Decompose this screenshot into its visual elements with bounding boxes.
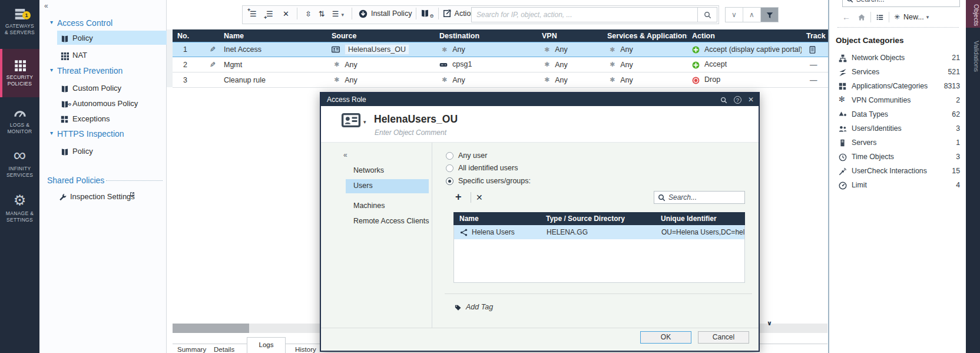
category-applications[interactable]: Applications/Categories 8313 <box>829 79 967 93</box>
col-destination[interactable]: Destination <box>435 32 537 40</box>
dialog-nav-remote-access[interactable]: Remote Access Clients <box>353 217 429 225</box>
caret-down-icon: ▾ <box>50 19 53 25</box>
rule-name: Cleanup rule <box>224 76 266 84</box>
back-arrow-icon[interactable]: ← <box>842 12 850 22</box>
side-tab-validations[interactable]: Validations <box>966 29 980 81</box>
category-time-objects[interactable]: Time Objects 3 <box>829 150 967 164</box>
tree-item-nat[interactable]: NAT <box>39 48 167 62</box>
category-limit[interactable]: Limit 4 <box>829 178 967 192</box>
rule-row-2[interactable]: 2✎ Mgmt ✱Any cpsg1 ✱Any ✱Any Accept — <box>173 57 828 72</box>
col-vpn[interactable]: VPN <box>537 32 602 40</box>
user-row-helena-users[interactable]: Helena Users HELENA.GG OU=Helena Users,D… <box>454 225 744 239</box>
home-icon[interactable] <box>858 13 866 21</box>
tree-item-policy[interactable]: Policy <box>39 31 167 45</box>
category-data-types[interactable]: Data Types 62 <box>829 107 967 121</box>
logs-monitor-icon <box>0 105 39 120</box>
tree-group-threat-prevention[interactable]: ▾ Threat Prevention <box>39 65 167 77</box>
search-button[interactable] <box>698 7 717 22</box>
dialog-nav-machines[interactable]: Machines <box>353 202 385 210</box>
category-network-objects[interactable]: Network Objects 21 <box>829 51 967 65</box>
nav-item-security-policies[interactable]: SECURITYPOLICIES <box>0 57 39 87</box>
install-policy-button[interactable]: Install Policy <box>371 9 412 18</box>
object-comment-placeholder[interactable]: Enter Object Comment <box>375 128 446 137</box>
nav-item-manage-settings[interactable]: ⚙ MANAGE &SETTINGS <box>0 192 39 223</box>
tab-logs[interactable]: Logs <box>247 337 286 353</box>
applications-grid-icon <box>839 82 846 90</box>
tree-item-autonomous-policy[interactable]: oo Autonomous Policy <box>39 97 167 110</box>
col-track[interactable]: Track <box>802 32 828 40</box>
policy-book-icon <box>61 34 69 43</box>
add-tag-button[interactable]: Add Tag <box>455 303 493 311</box>
tree-item-inspection-settings[interactable]: Inspection Settings <box>39 190 167 203</box>
col-name[interactable]: Name <box>219 32 327 40</box>
remove-user-button[interactable]: ✕ <box>476 193 483 202</box>
dialog-nav-networks[interactable]: Networks <box>353 166 384 174</box>
no-track-dash: — <box>806 61 817 69</box>
add-rule-above-icon[interactable]: +☰ <box>250 9 259 18</box>
object-name[interactable]: HelenaUsers_OU <box>374 113 458 126</box>
category-users-identities[interactable]: Users/Identities 3 <box>829 121 967 136</box>
add-user-button[interactable]: + <box>455 191 462 203</box>
cancel-button[interactable]: Cancel <box>698 331 749 344</box>
dialog-titlebar[interactable]: Access Role <box>321 93 759 106</box>
tree-item-custom-policy[interactable]: Custom Policy <box>39 81 167 95</box>
nat-grid-icon <box>61 51 69 60</box>
collapse-nav-icon[interactable]: « <box>343 151 347 159</box>
users-search-box[interactable]: Search... <box>654 191 745 204</box>
help-icon[interactable]: ? <box>734 96 741 104</box>
rule-name: Mgmt <box>224 61 242 69</box>
new-object-button[interactable]: New... <box>903 13 924 21</box>
filter-button[interactable] <box>761 8 778 22</box>
rulebase-search-input[interactable] <box>471 7 698 22</box>
radio-all-identified-users[interactable]: All identified users <box>446 163 518 173</box>
list-view-icon[interactable] <box>876 13 884 21</box>
ok-button[interactable]: OK <box>640 331 691 344</box>
close-icon[interactable]: ✕ <box>748 95 754 104</box>
policy-installation-targets-icon[interactable]: ⚙ <box>421 9 433 19</box>
tree-group-https-inspection[interactable]: ▾ HTTPS Inspection <box>39 128 167 140</box>
tree-group-access-control[interactable]: ▾ Access Control <box>39 17 167 29</box>
category-vpn-communities[interactable]: ✻ VPN Communities 2 <box>829 93 967 107</box>
scroll-more-icon[interactable]: ∨ <box>767 319 772 327</box>
tab-summary[interactable]: Summary <box>177 346 206 353</box>
dialog-nav-users[interactable]: Users <box>353 182 373 190</box>
tree-group-label: HTTPS Inspection <box>57 129 124 138</box>
tree-item-label: Exceptions <box>72 114 110 123</box>
tab-details[interactable]: Details <box>214 346 234 353</box>
find-next-button[interactable]: ∨ <box>726 8 743 22</box>
toolbar-separator <box>438 8 439 19</box>
nav-item-logs-monitor[interactable]: LOGS &MONITOR <box>0 105 39 135</box>
dialog-header: ▾ HelenaUsers_OU Enter Object Comment <box>321 106 759 143</box>
nav-item-gateways-servers[interactable]: 1 GATEWAYS& SERVERS <box>0 6 39 36</box>
tree-item-exceptions[interactable]: Exceptions <box>39 112 167 126</box>
row-display-menu-icon[interactable]: ☰▾ <box>332 9 344 18</box>
accept-action-icon <box>692 45 700 54</box>
find-previous-button[interactable]: ∧ <box>743 8 760 22</box>
rule-row-3[interactable]: 3 Cleanup rule ✱Any ✱Any ✱Any ✱Any Drop … <box>173 72 828 88</box>
side-tab-objects[interactable]: Objects <box>966 0 980 28</box>
scrollbar-thumb[interactable] <box>173 324 249 333</box>
delete-rule-icon[interactable]: ✕ <box>283 9 289 18</box>
col-action[interactable]: Action <box>687 32 802 40</box>
source-object[interactable]: HelenaUsers_OU <box>345 44 409 55</box>
objects-search-box[interactable]: Search... <box>842 0 960 7</box>
tab-history[interactable]: History <box>295 346 316 353</box>
dialog-search-icon[interactable] <box>720 95 727 104</box>
rule-row-1[interactable]: 1✎ Inet Access HelenaUsers_OU ✱Any ✱Any … <box>173 42 828 57</box>
icon-picker-caret-icon[interactable]: ▾ <box>363 119 366 125</box>
category-usercheck-interactions[interactable]: UserCheck Interactions 15 <box>829 164 967 178</box>
category-servers[interactable]: Servers 1 <box>829 136 967 150</box>
nav-item-infinity-services[interactable]: ∞ INFINITYSERVICES <box>0 146 39 179</box>
radio-any-user[interactable]: Any user <box>446 151 487 160</box>
expand-rows-icon[interactable]: ⇳ <box>305 9 312 18</box>
col-services[interactable]: Services & Applications <box>602 32 687 40</box>
search-nav-group: ∨ ∧ <box>725 7 779 22</box>
category-services[interactable]: Services 521 <box>829 65 967 79</box>
col-source[interactable]: Source <box>327 32 435 40</box>
col-no[interactable]: No. <box>173 32 219 40</box>
radio-specific-users-groups[interactable]: Specific users/groups: <box>446 176 531 186</box>
tree-item-https-policy[interactable]: Policy <box>39 144 167 158</box>
collapse-panel-icon[interactable]: « <box>44 2 48 10</box>
collapse-rows-icon[interactable]: ⇅ <box>319 9 325 18</box>
add-rule-below-icon[interactable]: +☰ <box>266 9 276 18</box>
